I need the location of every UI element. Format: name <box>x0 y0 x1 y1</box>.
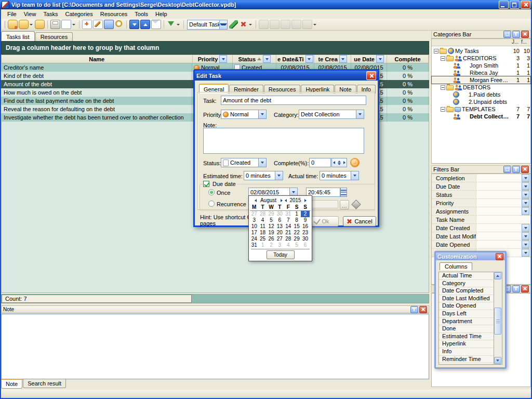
column-header-complete[interactable]: Complete <box>387 55 429 63</box>
calendar-day[interactable]: 20 <box>275 230 284 236</box>
calendar-day[interactable]: 31 <box>284 211 292 217</box>
category-tree-item[interactable]: Morgan Freeman 1 1 <box>432 76 530 84</box>
calendar-day[interactable]: 12 <box>267 223 275 230</box>
column-header-due-date[interactable]: ue Date <box>351 55 387 63</box>
main-tab[interactable]: Tasks list <box>1 31 35 41</box>
filter-row[interactable]: Task Name <box>432 216 530 224</box>
group-by-bar[interactable]: Drag a column header here to group by th… <box>1 41 429 55</box>
column-header-status[interactable]: Status <box>233 55 276 63</box>
complete-done-button[interactable] <box>350 158 360 167</box>
restore-panel-icon[interactable] <box>503 166 511 173</box>
spin-down-icon[interactable] <box>338 163 341 165</box>
menu-item[interactable]: View <box>21 10 39 18</box>
tree-expand-icon[interactable] <box>441 85 445 90</box>
column-header-name[interactable]: Name <box>2 55 193 63</box>
filter-value[interactable] <box>476 232 530 240</box>
tab-columns[interactable]: Columns <box>440 262 472 270</box>
calendar-day[interactable]: 29 <box>292 236 301 242</box>
next-month-icon[interactable] <box>281 199 283 202</box>
minimize-button[interactable] <box>499 1 509 9</box>
filter-row[interactable]: Date Opened <box>432 241 530 249</box>
expand-all-icon[interactable] <box>129 20 139 29</box>
menu-item[interactable]: Tools <box>131 10 151 18</box>
calendar-day[interactable]: 24 <box>250 236 258 242</box>
column-header-date-created[interactable]: te Crea <box>314 55 351 63</box>
calendar-day[interactable]: 26 <box>267 236 275 242</box>
tree-expand-icon[interactable] <box>434 49 438 54</box>
close-button[interactable] <box>521 1 530 9</box>
customization-column-item[interactable]: Hyperlink <box>439 340 494 348</box>
close-panel-icon[interactable] <box>419 306 427 313</box>
category-combo[interactable]: Debt Collection <box>299 110 364 119</box>
filter-value[interactable] <box>476 241 530 248</box>
toolbar-grip[interactable] <box>3 21 5 29</box>
bottom-tab[interactable]: Search result <box>23 379 66 388</box>
scrollbar-thumb[interactable] <box>494 308 501 335</box>
filter-value[interactable] <box>476 224 530 232</box>
calendar-day[interactable]: 30 <box>275 211 284 217</box>
add-task-icon[interactable] <box>82 20 92 29</box>
customization-title-bar[interactable]: Customization <box>436 252 505 260</box>
calendar-day[interactable]: 25 <box>258 236 267 242</box>
tree-expand-icon[interactable] <box>441 56 445 61</box>
print-preview-icon[interactable] <box>61 20 71 29</box>
filter-dropdown-icon[interactable] <box>522 182 529 190</box>
calendar-day[interactable]: 6 <box>275 217 284 223</box>
tree-expand-icon[interactable] <box>441 107 445 112</box>
category-tree-item[interactable]: Jogn Smith 1 1 <box>432 62 530 69</box>
today-button[interactable]: Today <box>267 250 295 259</box>
filter-dropdown-icon[interactable] <box>522 249 529 257</box>
filter-row[interactable]: Priority <box>432 199 530 207</box>
task-input[interactable]: Amount of the debt <box>221 96 366 105</box>
actual-dropdown-icon[interactable] <box>351 171 358 180</box>
calendar-day[interactable]: 9 <box>301 217 309 223</box>
filter-dropdown-icon[interactable] <box>522 241 529 248</box>
scrollbar[interactable] <box>494 272 502 364</box>
view-dropdown-icon[interactable] <box>249 24 252 25</box>
category-tree-item[interactable]: My Tasks 10 10 <box>432 47 530 55</box>
column-header-priority[interactable]: Priority <box>193 55 233 63</box>
view-filter-dropdown-icon[interactable] <box>177 24 180 25</box>
calendar-day[interactable]: 19 <box>267 230 275 236</box>
calendar-day[interactable]: 5 <box>267 217 275 223</box>
calendar-day[interactable]: 31 <box>250 242 258 248</box>
filter-dropdown-icon[interactable] <box>522 191 529 198</box>
menu-item[interactable]: Resources <box>97 10 131 18</box>
customization-column-item[interactable]: Estimated Time <box>439 333 494 341</box>
open-database-dropdown-icon[interactable] <box>30 24 33 25</box>
prev-month-icon[interactable] <box>255 199 257 202</box>
menu-item[interactable]: Tasks <box>40 10 61 18</box>
calendar-day[interactable]: 15 <box>292 223 301 230</box>
estimated-dropdown-icon[interactable] <box>275 171 283 180</box>
save-view-icon[interactable] <box>229 20 238 29</box>
customization-column-item[interactable]: Info <box>439 348 494 356</box>
spin-up-icon[interactable] <box>338 161 341 163</box>
pin-icon[interactable] <box>512 31 520 38</box>
close-panel-icon[interactable] <box>521 285 529 292</box>
filter-row[interactable]: Assignments <box>432 207 530 216</box>
priority-dropdown-icon[interactable] <box>258 110 266 118</box>
print-dropdown-icon[interactable] <box>72 24 75 25</box>
find-task-icon[interactable] <box>115 20 124 29</box>
pin-icon[interactable] <box>410 306 418 313</box>
view-filter-icon[interactable] <box>167 20 176 29</box>
due-filter-dropdown-icon[interactable] <box>376 55 384 63</box>
filter-value[interactable] <box>476 191 530 198</box>
send-report-icon[interactable] <box>291 20 301 29</box>
calendar-day[interactable]: 4 <box>284 242 292 248</box>
save-database-icon[interactable] <box>35 20 45 29</box>
pin-icon[interactable] <box>512 166 520 173</box>
filter-row[interactable]: Status <box>432 191 530 199</box>
time-up-icon[interactable] <box>340 188 347 192</box>
decrease-icon[interactable] <box>333 161 335 164</box>
filter-dropdown-icon[interactable] <box>522 224 529 232</box>
recurrence-radio[interactable] <box>208 201 215 207</box>
calendar-day[interactable]: 16 <box>301 223 309 230</box>
calendar-day[interactable]: 3 <box>275 242 284 248</box>
calendar-day[interactable]: 21 <box>284 230 292 236</box>
scroll-down-icon[interactable] <box>494 357 501 364</box>
filter-row[interactable]: Completion <box>432 174 530 182</box>
calendar-day[interactable]: 14 <box>284 223 292 230</box>
resource-list-icon[interactable] <box>270 20 280 29</box>
open-database-icon[interactable] <box>19 20 29 29</box>
